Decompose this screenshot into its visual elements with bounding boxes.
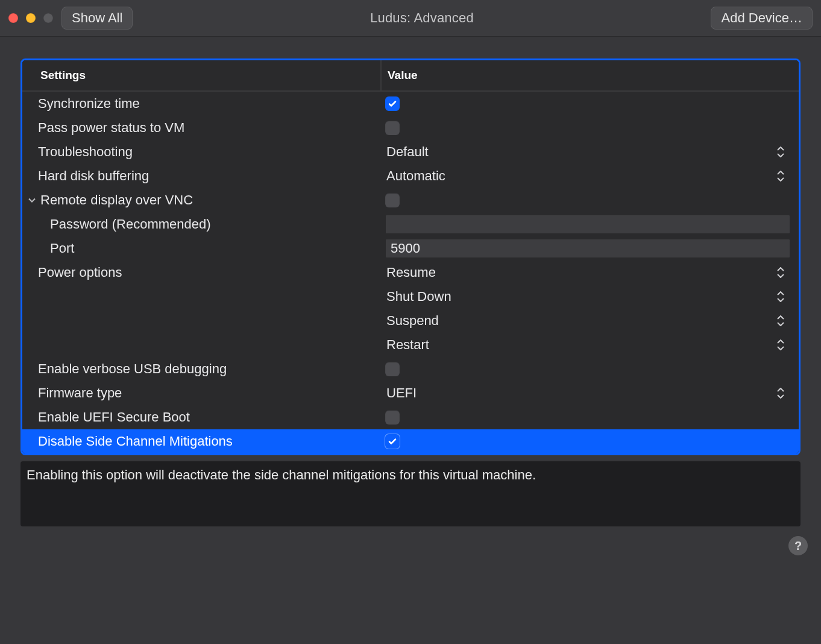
dropdown-troubleshooting[interactable]: Default (385, 144, 790, 160)
dropdown-power-options-resume-value: Resume (386, 265, 436, 280)
input-vnc-port[interactable] (385, 239, 790, 258)
dropdown-firmware-type[interactable]: UEFI (385, 385, 790, 401)
table-body: Synchronize time Pass power status to VM (22, 92, 799, 453)
show-all-button[interactable]: Show All (61, 7, 133, 30)
checkbox-synchronize-time[interactable] (385, 96, 400, 111)
row-pass-power-status[interactable]: Pass power status to VM (22, 116, 799, 140)
help-icon: ? (794, 539, 802, 553)
row-vnc-password[interactable]: Password (Recommended) (22, 212, 799, 236)
row-vnc-port[interactable]: Port (22, 236, 799, 260)
row-power-shutdown[interactable]: Shut Down (22, 285, 799, 309)
row-usb-debugging[interactable]: Enable verbose USB debugging (22, 357, 799, 381)
dropdown-power-restart-value: Restart (386, 337, 429, 353)
label-disable-side-channel: Disable Side Channel Mitigations (38, 434, 233, 449)
checkbox-pass-power-status[interactable] (385, 121, 400, 135)
stepper-icon (777, 338, 788, 352)
row-power-options[interactable]: Power options Resume (22, 260, 799, 285)
row-power-suspend[interactable]: Suspend (22, 309, 799, 333)
label-troubleshooting: Troubleshooting (38, 144, 133, 160)
close-window-button[interactable] (8, 13, 18, 23)
label-vnc-port: Port (50, 241, 74, 256)
row-hard-disk-buffering[interactable]: Hard disk buffering Automatic (22, 164, 799, 188)
label-uefi-secure-boot: Enable UEFI Secure Boot (38, 409, 190, 425)
stepper-icon (777, 145, 788, 159)
stepper-icon (777, 289, 788, 304)
dropdown-firmware-type-value: UEFI (386, 385, 417, 401)
content-area: Settings Value Synchronize time Pass pow… (0, 37, 821, 575)
row-synchronize-time[interactable]: Synchronize time (22, 92, 799, 116)
label-hard-disk-buffering: Hard disk buffering (38, 168, 149, 184)
dropdown-hard-disk-buffering-value: Automatic (386, 168, 445, 184)
checkmark-icon (388, 99, 397, 109)
dropdown-power-options-resume[interactable]: Resume (385, 265, 790, 280)
stepper-icon (777, 386, 788, 400)
row-firmware-type[interactable]: Firmware type UEFI (22, 381, 799, 405)
dropdown-troubleshooting-value: Default (386, 144, 429, 160)
row-troubleshooting[interactable]: Troubleshooting Default (22, 140, 799, 164)
label-firmware-type: Firmware type (38, 385, 122, 401)
input-vnc-password[interactable] (385, 215, 790, 234)
dropdown-power-shutdown-value: Shut Down (386, 289, 451, 305)
row-power-restart[interactable]: Restart (22, 333, 799, 357)
stepper-icon (777, 169, 788, 183)
window-title: Ludus: Advanced (141, 10, 702, 26)
zoom-window-button[interactable] (43, 13, 53, 23)
stepper-icon (777, 314, 788, 328)
chevron-down-icon[interactable] (25, 193, 39, 207)
dropdown-power-shutdown[interactable]: Shut Down (385, 289, 790, 305)
label-power-options: Power options (38, 265, 122, 280)
checkbox-disable-side-channel[interactable] (385, 434, 400, 449)
titlebar: Show All Ludus: Advanced Add Device… (0, 0, 821, 37)
row-remote-display-vnc[interactable]: Remote display over VNC (22, 188, 799, 212)
window-controls (8, 13, 53, 23)
dropdown-hard-disk-buffering[interactable]: Automatic (385, 168, 790, 184)
checkmark-icon (388, 437, 397, 446)
dropdown-power-suspend[interactable]: Suspend (385, 313, 790, 329)
label-usb-debugging: Enable verbose USB debugging (38, 361, 227, 377)
stepper-icon (777, 265, 788, 280)
checkbox-remote-display-vnc[interactable] (385, 193, 400, 207)
column-header-settings[interactable]: Settings (22, 60, 382, 90)
minimize-window-button[interactable] (26, 13, 36, 23)
label-remote-display-vnc: Remote display over VNC (40, 192, 193, 208)
checkbox-uefi-secure-boot[interactable] (385, 410, 400, 425)
dropdown-power-restart[interactable]: Restart (385, 337, 790, 353)
label-vnc-password: Password (Recommended) (50, 216, 211, 232)
label-pass-power-status: Pass power status to VM (38, 120, 184, 136)
help-button[interactable]: ? (788, 536, 808, 555)
row-disable-side-channel[interactable]: Disable Side Channel Mitigations (22, 429, 799, 453)
description-box: Enabling this option will deactivate the… (20, 461, 801, 526)
table-header: Settings Value (22, 60, 799, 92)
settings-table: Settings Value Synchronize time Pass pow… (20, 58, 801, 455)
dropdown-power-suspend-value: Suspend (386, 313, 439, 329)
checkbox-usb-debugging[interactable] (385, 362, 400, 376)
add-device-button[interactable]: Add Device… (711, 7, 813, 30)
column-header-value[interactable]: Value (382, 60, 799, 90)
row-uefi-secure-boot[interactable]: Enable UEFI Secure Boot (22, 405, 799, 429)
label-synchronize-time: Synchronize time (38, 96, 140, 112)
footer: ? (20, 526, 801, 560)
